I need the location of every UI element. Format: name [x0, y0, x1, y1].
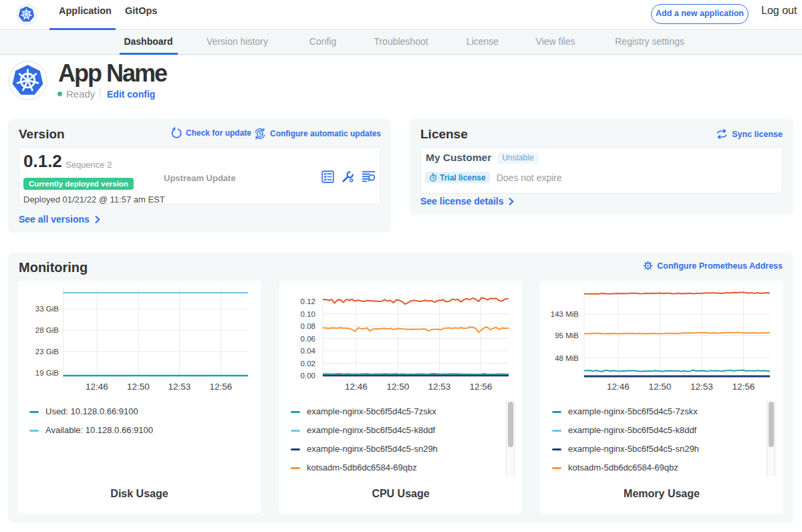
svg-text:12:56: 12:56 — [470, 382, 493, 392]
svg-text:0.12: 0.12 — [301, 297, 315, 305]
svg-text:12:56: 12:56 — [732, 382, 755, 392]
svg-text:12:46: 12:46 — [86, 382, 108, 392]
svg-text:12:46: 12:46 — [607, 382, 630, 392]
svg-text:0.08: 0.08 — [301, 322, 315, 330]
svg-text:48 MiB: 48 MiB — [555, 354, 579, 362]
svg-text:12:53: 12:53 — [168, 382, 191, 392]
svg-text:12:46: 12:46 — [345, 382, 368, 392]
svg-text:95 MiB: 95 MiB — [555, 331, 579, 340]
svg-text:0.04: 0.04 — [301, 347, 316, 355]
svg-text:143 MiB: 143 MiB — [551, 310, 579, 318]
svg-text:12:53: 12:53 — [690, 382, 713, 392]
svg-text:23 GiB: 23 GiB — [35, 348, 59, 356]
svg-text:12:56: 12:56 — [210, 382, 233, 392]
svg-text:0.06: 0.06 — [301, 335, 315, 343]
svg-text:19 GiB: 19 GiB — [35, 369, 59, 377]
svg-text:0.02: 0.02 — [301, 360, 315, 368]
svg-text:12:53: 12:53 — [428, 382, 451, 392]
svg-text:33 GiB: 33 GiB — [35, 305, 59, 313]
svg-text:12:50: 12:50 — [387, 382, 410, 392]
svg-text:0.00: 0.00 — [301, 372, 315, 380]
svg-text:0.10: 0.10 — [301, 310, 315, 318]
svg-text:28 GiB: 28 GiB — [35, 326, 59, 334]
svg-text:12:50: 12:50 — [649, 382, 672, 392]
svg-text:12:50: 12:50 — [127, 382, 150, 392]
